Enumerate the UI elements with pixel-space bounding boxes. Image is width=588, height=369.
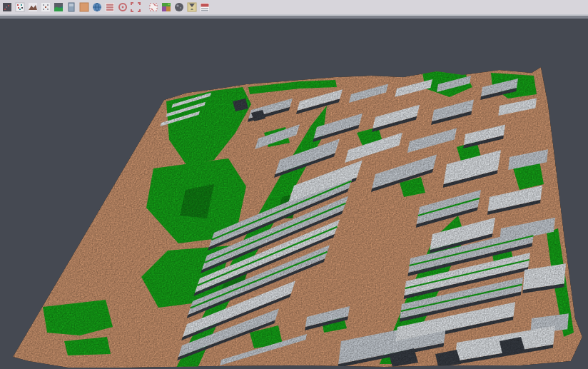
viewport-3d[interactable]: [0, 19, 588, 369]
toolbar-button-ortho-tile[interactable]: [78, 1, 91, 14]
flag-layers-icon: [200, 2, 210, 12]
toolbar-button-point-cloud-dark[interactable]: [1, 1, 14, 14]
dark-sphere-icon: [174, 2, 184, 12]
toolbar-button-red-list[interactable]: [103, 1, 116, 14]
toolbar-button-clip-region[interactable]: [147, 1, 160, 14]
toolbar-button-selection-brackets[interactable]: [129, 1, 142, 14]
toolbar-button-profile-panel[interactable]: [65, 1, 78, 14]
classified-points-icon: [15, 2, 25, 12]
point-cloud-dark-icon: [2, 2, 12, 12]
toolbar-button-terrain-green[interactable]: [52, 1, 65, 14]
classification-palette-icon: [161, 2, 171, 12]
toolbar-separator: [142, 1, 147, 14]
red-list-icon: [105, 2, 115, 12]
toolbar: [0, 0, 588, 14]
toolbar-button-classification-palette[interactable]: [160, 1, 173, 14]
toolbar-button-dark-sphere[interactable]: [173, 1, 186, 14]
toolbar-button-sparse-points[interactable]: [39, 1, 52, 14]
hourglass-icon: [187, 2, 197, 12]
clip-region-icon: [148, 2, 158, 12]
ortho-tile-icon: [79, 2, 89, 12]
target-circle-icon: [118, 2, 128, 12]
selection-brackets-icon: [131, 2, 141, 12]
toolbar-button-terrain-brown[interactable]: [26, 1, 39, 14]
toolbar-button-classified-points[interactable]: [14, 1, 26, 14]
terrain-green-icon: [54, 2, 64, 12]
toolbar-button-globe[interactable]: [91, 1, 103, 14]
toolbar-button-target-circle[interactable]: [116, 1, 129, 14]
toolbar-button-hourglass[interactable]: [186, 1, 198, 14]
application-window: [0, 0, 588, 369]
point-cloud-render: [0, 19, 588, 369]
terrain-brown-icon: [28, 2, 38, 12]
sparse-points-icon: [41, 2, 51, 12]
globe-icon: [92, 2, 102, 12]
profile-panel-icon: [66, 2, 76, 12]
toolbar-button-flag-layers[interactable]: [198, 1, 211, 14]
